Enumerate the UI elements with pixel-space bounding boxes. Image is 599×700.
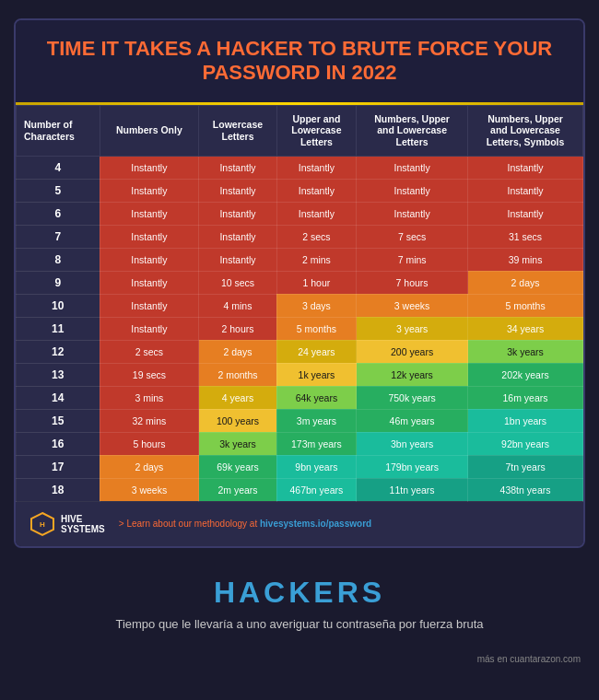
table-row: 143 mins4 years64k years750k years16m ye…	[17, 386, 583, 409]
cell-chars: 18	[17, 478, 100, 501]
cell-data: Instantly	[199, 248, 276, 271]
cell-data: 9bn years	[276, 455, 356, 478]
table-row: 6InstantlyInstantlyInstantlyInstantlyIns…	[17, 202, 583, 225]
cell-data: 3k years	[199, 432, 276, 455]
table-row: 1532 mins100 years3m years46m years1bn y…	[17, 409, 583, 432]
cell-data: 3m years	[276, 409, 356, 432]
cell-chars: 6	[17, 202, 100, 225]
cell-data: Instantly	[468, 202, 583, 225]
cell-data: 7 hours	[357, 271, 468, 294]
cell-data: 2m years	[199, 478, 276, 501]
cell-data: 1 hour	[276, 271, 356, 294]
cell-data: Instantly	[100, 294, 199, 317]
cell-data: Instantly	[199, 179, 276, 202]
cell-data: 5 months	[468, 294, 583, 317]
header: TIME IT TAKES A HACKER TO BRUTE FORCE YO…	[16, 20, 583, 95]
cell-data: Instantly	[357, 202, 468, 225]
cell-chars: 4	[17, 156, 100, 179]
hive-logo-icon: H	[29, 511, 55, 537]
password-table: Number ofCharacters Numbers Only Lowerca…	[16, 105, 583, 502]
table-row: 10Instantly4 mins3 days3 weeks5 months	[17, 294, 583, 317]
cell-data: 34 years	[468, 317, 583, 340]
cell-data: Instantly	[276, 179, 356, 202]
col-header-lowercase: LowercaseLetters	[199, 105, 276, 156]
watermark: más en cuantarazon.com	[14, 654, 585, 664]
table-row: 11Instantly2 hours5 months3 years34 year…	[17, 317, 583, 340]
cell-data: Instantly	[357, 156, 468, 179]
table-row: 8InstantlyInstantly2 mins7 mins39 mins	[17, 248, 583, 271]
cell-data: 100 years	[199, 409, 276, 432]
cell-data: Instantly	[468, 156, 583, 179]
cell-data: Instantly	[100, 271, 199, 294]
data-table-container: Number ofCharacters Numbers Only Lowerca…	[16, 105, 583, 502]
col-header-chars: Number ofCharacters	[17, 105, 100, 156]
cell-data: 2 secs	[100, 340, 199, 363]
cell-chars: 13	[17, 363, 100, 386]
cell-data: 7 secs	[357, 225, 468, 248]
cell-data: 2 days	[199, 340, 276, 363]
cell-data: Instantly	[100, 179, 199, 202]
svg-text:H: H	[40, 520, 45, 529]
table-row: 122 secs2 days24 years200 years3k years	[17, 340, 583, 363]
cell-chars: 11	[17, 317, 100, 340]
bottom-title: HACKERS	[115, 576, 483, 610]
cell-chars: 15	[17, 409, 100, 432]
table-row: 165 hours3k years173m years3bn years92bn…	[17, 432, 583, 455]
cell-data: 467bn years	[276, 478, 356, 501]
cell-chars: 8	[17, 248, 100, 271]
hive-logo: H HIVE SYSTEMS	[29, 511, 105, 537]
cell-data: 64k years	[276, 386, 356, 409]
cell-data: 3 years	[357, 317, 468, 340]
logo-text: HIVE SYSTEMS	[61, 514, 105, 534]
cell-data: 3 days	[276, 294, 356, 317]
footer-link[interactable]: > Learn about our methodology at hivesys…	[119, 519, 371, 529]
table-row: 1319 secs2 months1k years12k years202k y…	[17, 363, 583, 386]
cell-chars: 16	[17, 432, 100, 455]
cell-data: 5 hours	[100, 432, 199, 455]
cell-data: 2 hours	[199, 317, 276, 340]
cell-data: Instantly	[100, 156, 199, 179]
cell-chars: 9	[17, 271, 100, 294]
table-row: 4InstantlyInstantlyInstantlyInstantlyIns…	[17, 156, 583, 179]
cell-data: Instantly	[100, 317, 199, 340]
cell-data: 2 months	[199, 363, 276, 386]
page-title: TIME IT TAKES A HACKER TO BRUTE FORCE YO…	[34, 37, 565, 86]
cell-data: 69k years	[199, 455, 276, 478]
table-row: 7InstantlyInstantly2 secs7 secs31 secs	[17, 225, 583, 248]
cell-data: 2 mins	[276, 248, 356, 271]
cell-data: Instantly	[276, 202, 356, 225]
cell-data: 173m years	[276, 432, 356, 455]
cell-data: Instantly	[468, 179, 583, 202]
cell-data: 7tn years	[468, 455, 583, 478]
cell-data: 32 mins	[100, 409, 199, 432]
cell-data: Instantly	[199, 225, 276, 248]
table-row: 183 weeks2m years467bn years11tn years43…	[17, 478, 583, 501]
cell-data: Instantly	[100, 248, 199, 271]
cell-data: 202k years	[468, 363, 583, 386]
cell-data: 46m years	[357, 409, 468, 432]
cell-data: Instantly	[100, 225, 199, 248]
footer-bar: H HIVE SYSTEMS > Learn about our methodo…	[16, 502, 583, 546]
cell-data: 1bn years	[468, 409, 583, 432]
cell-data: 31 secs	[468, 225, 583, 248]
cell-data: 1k years	[276, 363, 356, 386]
main-container: TIME IT TAKES A HACKER TO BRUTE FORCE YO…	[14, 18, 585, 548]
cell-data: 11tn years	[357, 478, 468, 501]
cell-data: 5 months	[276, 317, 356, 340]
cell-data: 200 years	[357, 340, 468, 363]
cell-data: Instantly	[199, 156, 276, 179]
table-row: 172 days69k years9bn years179bn years7tn…	[17, 455, 583, 478]
cell-data: 3 weeks	[357, 294, 468, 317]
cell-data: 3 mins	[100, 386, 199, 409]
col-header-num-upper-lower: Numbers, Upperand LowercaseLetters	[357, 105, 468, 156]
cell-chars: 17	[17, 455, 100, 478]
cell-data: 2 days	[468, 271, 583, 294]
cell-data: Instantly	[100, 202, 199, 225]
table-header-row: Number ofCharacters Numbers Only Lowerca…	[17, 105, 583, 156]
cell-chars: 14	[17, 386, 100, 409]
cell-data: 10 secs	[199, 271, 276, 294]
cell-data: 2 secs	[276, 225, 356, 248]
bottom-subtitle: Tiempo que le llevaría a uno averiguar t…	[115, 617, 483, 631]
cell-data: 92bn years	[468, 432, 583, 455]
cell-chars: 5	[17, 179, 100, 202]
